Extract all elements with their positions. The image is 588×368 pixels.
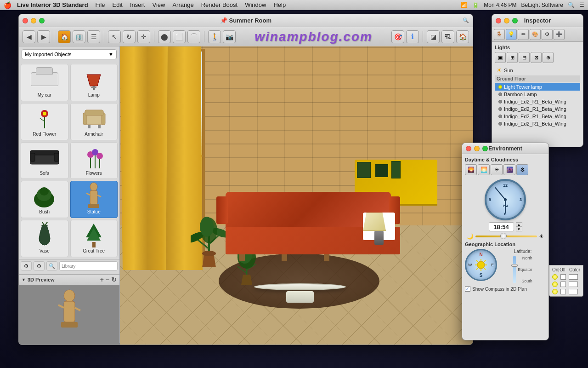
inspector-tab-furniture[interactable]: 🪑 — [494, 29, 505, 40]
time-hours-input[interactable]: 18 : 54 — [489, 222, 514, 231]
settings2-tool[interactable]: ⚙ — [34, 261, 45, 270]
env-close[interactable] — [466, 146, 471, 151]
menu-help[interactable]: Help — [273, 1, 286, 8]
menu-arrange[interactable]: Arrange — [172, 1, 193, 8]
maximize-button[interactable] — [39, 18, 45, 23]
light-item-3[interactable]: Indigo_Ed2_R1_Beta_Wing — [495, 105, 580, 113]
light-btn-4[interactable]: ⊠ — [531, 52, 542, 63]
settings-tool[interactable]: ⚙ — [21, 261, 32, 270]
lat-slider-track[interactable] — [513, 256, 516, 283]
menu-window[interactable]: Window — [245, 1, 266, 8]
compass-s: S — [480, 273, 483, 278]
menu-render[interactable]: Render Boost — [201, 1, 238, 8]
env-btn-evening[interactable]: 🌆 — [503, 164, 515, 175]
library-search[interactable]: Library — [59, 261, 118, 270]
sun-small-icon: ☀ — [539, 233, 544, 240]
show-compass-checkbox[interactable] — [465, 286, 470, 292]
3d-render-button[interactable]: 🎯 — [391, 30, 404, 43]
onoff-color-2[interactable] — [569, 289, 578, 294]
home-button[interactable]: 🏠 — [456, 30, 469, 43]
lat-slider-thumb[interactable] — [511, 264, 518, 267]
brightness-thumb[interactable] — [500, 233, 507, 239]
inspector-tab-light[interactable]: 💡 — [506, 29, 517, 40]
menu-view[interactable]: View — [152, 1, 165, 8]
walk-tool[interactable]: 🚶 — [208, 30, 221, 43]
object-armchair[interactable]: Armchair — [70, 103, 118, 140]
menu-edit[interactable]: Edit — [113, 1, 123, 8]
arc-tool[interactable]: ⌒ — [187, 30, 200, 43]
info-button[interactable]: ℹ — [406, 30, 419, 43]
object-lamp[interactable]: Lamp — [70, 64, 118, 101]
view-3d-button[interactable]: 🏗 — [441, 30, 454, 43]
inspector-tab-settings[interactable]: ⚙ — [542, 29, 553, 40]
inspector-minimize[interactable] — [504, 18, 509, 23]
back-button[interactable]: ◀ — [23, 30, 35, 43]
onoff-color-0[interactable] — [569, 274, 578, 280]
zoom-in-button[interactable]: + — [100, 276, 104, 283]
list-view-button[interactable]: ☰ — [87, 30, 100, 43]
light-item-4[interactable]: Indigo_Ed2_R1_Beta_Wing — [495, 113, 580, 120]
preview-toggle[interactable]: ▼ — [22, 277, 26, 282]
menu-extra-icon[interactable]: ☰ — [579, 2, 584, 8]
light-item-0[interactable]: Light Tower lamp — [495, 83, 580, 91]
pm-label: PM — [503, 204, 508, 207]
object-vase[interactable]: Vase — [21, 220, 68, 257]
inspector-tab-edit[interactable]: ✏ — [518, 29, 529, 40]
rect-tool[interactable]: ⬜ — [173, 30, 186, 43]
light-btn-1[interactable]: ▣ — [495, 52, 506, 63]
onoff-checkbox-2[interactable] — [560, 289, 566, 294]
objects-dropdown[interactable]: My Imported Objects ▼ — [22, 49, 117, 59]
onoff-color-1[interactable] — [569, 282, 578, 287]
floor-plan-button[interactable]: 🏠 — [58, 30, 71, 43]
object-flowers[interactable]: Flowers — [70, 142, 118, 179]
inspector-maximize[interactable] — [512, 18, 518, 23]
inspector-tab-add[interactable]: ➕ — [554, 29, 565, 40]
object-label-car: My car — [38, 92, 51, 98]
rotate-tool[interactable]: ↻ — [123, 30, 136, 43]
select-tool[interactable]: ↖ — [108, 30, 121, 43]
env-btn-settings[interactable]: ⚙ — [516, 164, 528, 175]
light-btn-5[interactable]: ⊕ — [543, 52, 554, 63]
3d-view-button[interactable]: 🏢 — [73, 30, 85, 43]
search-icon[interactable]: 🔍 — [568, 2, 575, 8]
circle-tool[interactable]: ⬤ — [158, 30, 171, 43]
menu-insert[interactable]: Insert — [130, 1, 145, 8]
object-great-tree[interactable]: Great Tree — [70, 220, 118, 257]
lamp-base — [374, 231, 384, 245]
close-button[interactable] — [23, 18, 28, 23]
view-2d-button[interactable]: ◪ — [427, 30, 440, 43]
inspector-close[interactable] — [496, 18, 501, 23]
time-decrement[interactable]: ▼ — [516, 227, 522, 231]
refresh-button[interactable]: ↻ — [111, 276, 117, 283]
time-increment[interactable]: ▲ — [516, 222, 522, 227]
forward-button[interactable]: ▶ — [37, 30, 50, 43]
env-btn-dawn[interactable]: 🌄 — [465, 164, 477, 175]
svg-line-63 — [484, 268, 486, 270]
env-minimize[interactable] — [474, 146, 480, 151]
camera-tool[interactable]: 📷 — [223, 30, 236, 43]
light-item-2[interactable]: Indigo_Ed2_R1_Beta_Wing — [495, 98, 580, 105]
object-my-car[interactable]: My car — [21, 64, 68, 101]
object-red-flower[interactable]: Red Flower — [21, 103, 68, 140]
light-btn-3[interactable]: ⊟ — [519, 52, 530, 63]
light-item-5[interactable]: Indigo_Ed2_R1_Beta_Wing — [495, 120, 580, 127]
onoff-checkbox-1[interactable] — [560, 282, 566, 287]
search-tool[interactable]: 🔍 — [46, 261, 57, 270]
env-btn-noon[interactable]: ☀ — [491, 164, 503, 175]
object-bush[interactable]: Bush — [21, 181, 68, 218]
inspector-tab-material[interactable]: 🎨 — [530, 29, 541, 40]
zoom-out-button[interactable]: − — [106, 276, 109, 283]
apple-menu[interactable]: 🍎 — [4, 1, 11, 9]
clock-center — [504, 198, 507, 201]
env-btn-morning[interactable]: 🌅 — [478, 164, 490, 175]
move-tool[interactable]: ✛ — [137, 30, 150, 43]
light-item-1[interactable]: Bamboo Lamp — [495, 91, 580, 98]
menu-file[interactable]: File — [96, 1, 105, 8]
light-btn-2[interactable]: ⊞ — [507, 52, 518, 63]
env-maximize[interactable] — [482, 146, 488, 151]
brightness-slider[interactable] — [475, 236, 537, 237]
object-statue[interactable]: Statue — [70, 181, 118, 218]
onoff-checkbox-0[interactable] — [560, 274, 566, 280]
minimize-button[interactable] — [31, 18, 36, 23]
object-sofa[interactable]: Sofa — [21, 142, 68, 179]
